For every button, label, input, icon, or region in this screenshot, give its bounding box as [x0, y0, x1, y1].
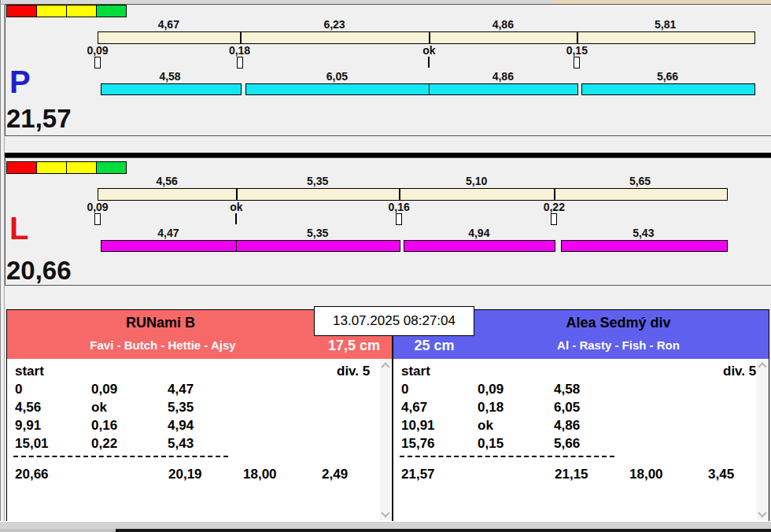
totals-row: 21,57 21,15 18,00 3,45	[393, 467, 769, 484]
gross-segment-label: 5,81	[655, 18, 676, 31]
run-timestamp: 13.07.2025 08:27:04	[314, 306, 474, 336]
net-time-bar-segment	[429, 83, 578, 95]
reference-time-cell: 18,00	[243, 467, 277, 482]
status-light-square	[66, 161, 97, 174]
changeover-label: ok	[422, 44, 435, 57]
lane-panel-l	[5, 157, 771, 286]
cumulative-time-cell: 4,67	[401, 400, 427, 416]
split-time-cell: 4,94	[168, 418, 194, 434]
window-left-border	[0, 0, 1, 532]
gross-segment-label: 4,56	[156, 175, 177, 187]
split-row: 9,91 0,16 4,94	[7, 418, 392, 435]
changeover-label: 0,16	[388, 201, 409, 213]
net-segment-label: 5,66	[657, 70, 678, 83]
penalty-box-marker	[574, 57, 580, 68]
net-segment-label: 4,58	[159, 70, 180, 83]
scroll-up-icon[interactable]	[758, 362, 766, 371]
net-time-bar-segment	[101, 83, 242, 95]
status-light-square	[36, 5, 67, 17]
net-time-bar-segment	[101, 240, 238, 252]
changeover-label: 0,15	[566, 44, 588, 57]
split-row: 15,01 0,22 5,43	[7, 436, 392, 453]
team-panel-right: Alea Sedmý div Al - Rasty - Fish - Ron 2…	[393, 309, 769, 523]
split-time-cell: 6,05	[554, 400, 580, 416]
net-total-cell: 20,19	[168, 467, 202, 482]
changeover-cell: 0,15	[478, 436, 504, 452]
taskbar-edge	[116, 529, 771, 532]
net-total-cell: 21,15	[555, 467, 588, 482]
difference-cell: 2,49	[322, 467, 348, 482]
changeover-cell: 0,16	[91, 418, 117, 434]
net-time-bar-segment	[404, 240, 555, 252]
lane-total-time: 21,57	[6, 105, 72, 131]
gross-time-bar	[98, 31, 755, 44]
gross-segment-label: 6,23	[323, 18, 345, 31]
team-name: Alea Sedmý div	[566, 315, 670, 331]
cumulative-time-cell: 10,91	[401, 418, 435, 434]
split-row: 4,56 ok 5,35	[7, 400, 392, 417]
split-row: 10,91 ok 4,86	[393, 418, 769, 435]
total-time-cell: 21,57	[401, 467, 435, 482]
split-time-cell: 5,66	[554, 436, 580, 452]
changeover-label: 0,18	[229, 44, 250, 57]
scroll-up-icon[interactable]	[381, 362, 389, 371]
net-segment-label: 6,05	[326, 70, 348, 83]
net-time-bar-segment	[561, 240, 728, 252]
status-light-square	[6, 161, 37, 174]
segment-tick	[236, 189, 238, 200]
reference-time-cell: 18,00	[629, 467, 663, 482]
cumulative-time-cell: 15,01	[15, 436, 49, 452]
net-segment-label: 5,35	[307, 227, 328, 239]
division-label: div. 5	[337, 364, 370, 379]
split-time-cell: 4,86	[554, 418, 580, 434]
split-row: 0 0,09 4,47	[7, 382, 392, 399]
changeover-label: ok	[230, 201, 242, 213]
timing-scoreboard-screen: RUNami B Favi - Butch - Hettie - Ajsy 17…	[0, 0, 771, 532]
lane-letter: L	[9, 212, 28, 244]
segment-tick	[554, 189, 555, 200]
net-segment-label: 5,43	[633, 227, 654, 239]
penalty-box-marker	[396, 213, 402, 225]
split-time-cell: 4,58	[554, 382, 580, 397]
gross-segment-label: 5,10	[466, 175, 487, 187]
changeover-cell: 0,09	[91, 382, 117, 397]
scroll-down-icon[interactable]	[758, 508, 766, 517]
status-light-square	[66, 5, 97, 17]
lane-letter: P	[9, 66, 31, 98]
segment-tick	[240, 32, 242, 43]
net-segment-label: 4,47	[157, 227, 179, 239]
totals-separator-dashes	[400, 456, 614, 457]
difference-cell: 3,45	[708, 467, 734, 482]
scrollbar[interactable]	[757, 360, 767, 520]
changeover-label: 0,09	[87, 44, 108, 57]
taskbar-edge-left	[0, 529, 116, 532]
status-light-square	[96, 161, 127, 174]
scroll-down-icon[interactable]	[381, 508, 389, 517]
cumulative-time-cell: 0	[401, 382, 408, 397]
split-time-cell: 5,43	[168, 436, 194, 452]
net-segment-label: 4,86	[492, 70, 514, 83]
changeover-cell: ok	[91, 400, 107, 416]
changeover-label: 0,09	[87, 201, 108, 213]
gross-segment-label: 4,86	[492, 18, 514, 31]
changeover-cell: ok	[478, 418, 493, 434]
penalty-box-marker	[94, 213, 101, 225]
jump-height-badge: 25 cm	[414, 338, 454, 354]
division-label: div. 5	[723, 364, 756, 379]
gross-segment-label: 5,65	[629, 175, 651, 187]
split-row: 0 0,09 4,58	[393, 382, 769, 399]
gross-segment-label: 5,35	[307, 175, 328, 187]
lane-total-time: 20,66	[6, 257, 72, 283]
team-name: RUNami B	[126, 315, 195, 331]
status-light-square	[96, 5, 127, 17]
segment-tick	[577, 32, 578, 43]
team-panel-left: RUNami B Favi - Butch - Hettie - Ajsy 17…	[6, 309, 393, 523]
scrollbar[interactable]	[380, 360, 390, 520]
net-segment-label: 4,94	[468, 227, 489, 239]
ok-tick-marker	[235, 213, 237, 224]
split-row: 4,67 0,18 6,05	[393, 400, 769, 417]
jump-height-badge: 17,5 cm	[328, 338, 380, 354]
team-members: Favi - Butch - Hettie - Ajsy	[90, 338, 235, 352]
cumulative-time-cell: 9,91	[15, 418, 41, 434]
totals-row: 20,66 20,19 18,00 2,49	[7, 467, 392, 484]
